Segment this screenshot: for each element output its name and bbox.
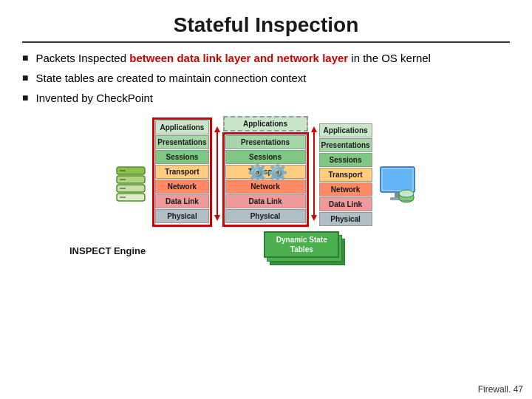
left-osi-box: Applications Presentations Sessions Tran… [152,117,211,227]
left-layer-sessions: Sessions [155,150,208,164]
center-col-wrapper: Applications Presentations Sessions Tran… [222,116,309,227]
right-layer-transport: Transport [319,168,372,182]
left-col-wrapper: Applications Presentations Sessions Tran… [152,117,211,227]
dynamic-state-label: Dynamic StateTables [276,235,327,254]
right-layer-network: Network [319,183,372,197]
left-layer-datalink: Data Link [155,194,208,208]
left-layer-network: Network [155,180,208,194]
left-layer-applications: Applications [155,120,208,134]
center-layer-physical: Physical [225,209,306,223]
bullet-1-highlight: between data link layer and network laye… [129,52,348,64]
left-layer-presentations: Presentations [155,135,208,149]
bullet-2: State tables are created to maintain con… [22,70,510,86]
bullet-3: Invented by CheckPoint [22,90,510,106]
right-osi-box: Applications Presentations Sessions Tran… [319,123,372,227]
left-layer-physical: Physical [155,209,208,223]
left-arrow-space [212,122,222,227]
right-layer-applications: Applications [319,123,372,137]
svg-point-20 [399,190,414,197]
diagram-wrapper: Applications Presentations Sessions Tran… [22,116,510,227]
center-osi-box: Presentations Sessions Transport Network… [222,132,309,227]
right-layer-physical: Physical [319,212,372,226]
inspect-engine-label: INSPECT Engine [69,245,146,256]
center-layer-sessions: Sessions [225,150,306,164]
server-icon [112,164,149,227]
bullet-1: Packets Inspected between data link laye… [22,50,510,66]
right-arrow-space [309,122,319,227]
firewall-slide-label: Firewall. 47 [478,384,523,395]
bullet-1-text: Packets Inspected between data link laye… [35,50,430,66]
right-layer-datalink: Data Link [319,197,372,211]
right-col-wrapper: Applications Presentations Sessions Tran… [319,123,372,227]
center-layer-presentations: Presentations [225,135,306,149]
center-top-applications: Applications [223,116,308,132]
bullet-3-text: Invented by CheckPoint [35,90,152,106]
left-layer-transport: Transport [155,165,208,179]
left-arrows-svg [212,122,222,225]
right-layer-sessions: Sessions [319,153,372,167]
dynamic-state-tables: Dynamic StateTables [264,231,345,270]
server-svg [115,164,146,208]
slide-title: Stateful Inspection [22,13,510,43]
monitor-svg [378,164,417,208]
bottom-section: INSPECT Engine Dynamic StateTables [22,231,510,270]
center-network-row: Network ⚙️⚙️ [225,180,306,194]
slide: Stateful Inspection Packets Inspected be… [0,0,532,399]
gear-icons: ⚙️⚙️ [248,163,287,183]
right-layer-presentations: Presentations [319,138,372,152]
dynamic-state-main-box: Dynamic StateTables [264,231,339,258]
bullet-2-text: State tables are created to maintain con… [35,70,306,86]
center-layer-datalink: Data Link [225,194,306,208]
bullet-list: Packets Inspected between data link laye… [22,50,510,106]
right-arrows-svg [309,122,319,225]
svg-rect-15 [383,169,412,190]
monitor-icon [375,164,420,227]
